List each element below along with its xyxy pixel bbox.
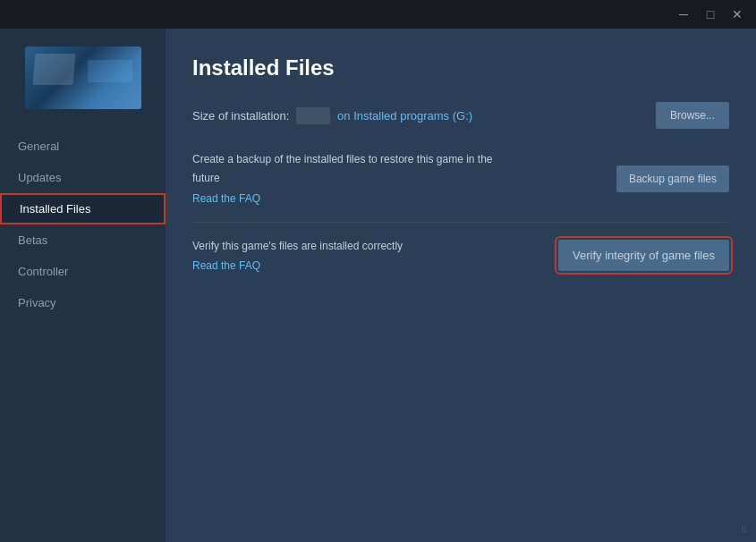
verify-button[interactable]: Verify integrity of game files <box>558 240 729 271</box>
nav-menu: GeneralUpdatesInstalled FilesBetasContro… <box>0 123 166 318</box>
section-description-verify: Verify this game's files are installed c… <box>192 239 540 254</box>
install-location-link[interactable]: on Installed programs (G:) <box>337 109 472 123</box>
title-bar: ─ □ ✕ <box>0 0 756 29</box>
sidebar-item-updates[interactable]: Updates <box>0 162 166 193</box>
minimize-button[interactable]: ─ <box>672 5 695 23</box>
window-controls: ─ □ ✕ <box>672 5 749 23</box>
page-title: Installed Files <box>192 55 729 80</box>
main-content: GeneralUpdatesInstalled FilesBetasContro… <box>0 29 756 542</box>
install-size-row: Size of installation: on Installed progr… <box>192 102 729 129</box>
install-size-label: Size of installation: <box>192 109 289 123</box>
section-description-backup: Create a backup of the installed files t… <box>192 152 599 167</box>
browse-button[interactable]: Browse... <box>656 102 729 129</box>
maximize-button[interactable]: □ <box>699 5 722 23</box>
bottom-decoration: ⠿ <box>741 525 747 535</box>
sidebar: GeneralUpdatesInstalled FilesBetasContro… <box>0 29 166 542</box>
sidebar-item-controller[interactable]: Controller <box>0 256 166 287</box>
sidebar-item-general[interactable]: General <box>0 131 166 162</box>
install-size-value <box>296 107 330 124</box>
sections-container: Create a backup of the installed files t… <box>192 148 729 289</box>
section-info-backup: Create a backup of the installed files t… <box>192 152 616 206</box>
section-verify: Verify this game's files are installed c… <box>192 222 729 290</box>
section-info-verify: Verify this game's files are installed c… <box>192 239 558 274</box>
section-backup: Create a backup of the installed files t… <box>192 148 729 222</box>
sidebar-item-installed-files[interactable]: Installed Files <box>0 193 166 224</box>
sidebar-item-betas[interactable]: Betas <box>0 224 166 256</box>
sidebar-item-privacy[interactable]: Privacy <box>0 287 166 318</box>
faq-link-verify[interactable]: Read the FAQ <box>192 259 260 272</box>
close-button[interactable]: ✕ <box>726 5 749 23</box>
game-thumbnail <box>25 47 141 109</box>
main-panel: Installed Files Size of installation: on… <box>166 29 756 542</box>
faq-link-backup[interactable]: Read the FAQ <box>192 192 260 205</box>
backup-button[interactable]: Backup game files <box>616 165 729 192</box>
